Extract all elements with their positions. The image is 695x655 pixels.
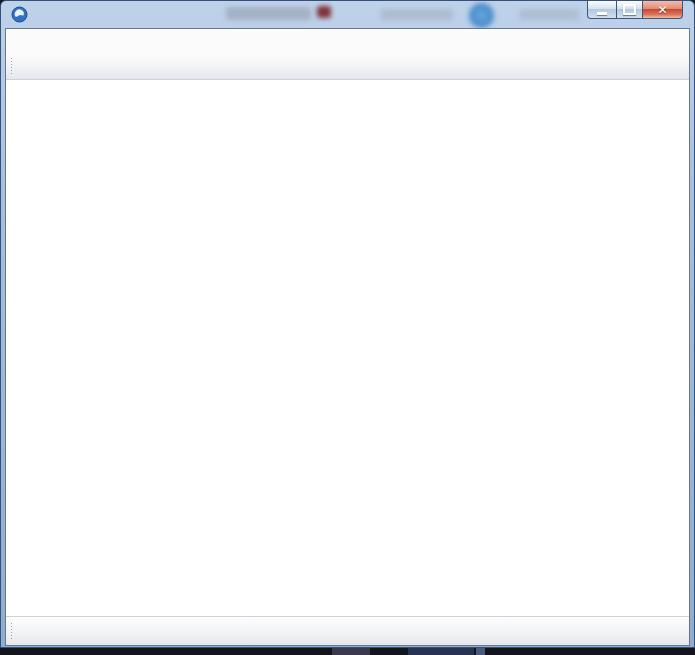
aero-blur-blob xyxy=(469,3,494,28)
toolbar-grip[interactable] xyxy=(10,57,13,75)
viewport-3d[interactable] xyxy=(6,80,689,616)
close-icon: ✕ xyxy=(657,2,667,18)
app-icon xyxy=(11,6,28,23)
taskbar-item xyxy=(476,648,485,655)
taskbar-item xyxy=(332,648,370,655)
pmdview-window: ✕ xyxy=(0,0,695,648)
minimize-button[interactable] xyxy=(587,1,617,19)
taskbar-item xyxy=(408,648,474,655)
maximize-button[interactable] xyxy=(616,1,643,19)
aero-blur-blob xyxy=(317,6,331,18)
close-button[interactable]: ✕ xyxy=(642,1,683,19)
caption-buttons: ✕ xyxy=(588,1,683,19)
desktop: { "window": { "title": "PMDView *" }, "m… xyxy=(0,0,695,655)
taskbar[interactable] xyxy=(0,648,695,655)
menu-bar xyxy=(6,29,689,53)
title-bar[interactable]: ✕ xyxy=(1,1,694,28)
aero-blur-blob xyxy=(519,9,579,20)
minimize-icon xyxy=(597,12,607,15)
bottom-toolbar xyxy=(6,616,689,645)
bottom-toolbar-grip[interactable] xyxy=(10,622,13,640)
aero-blur-blob xyxy=(226,7,311,20)
main-toolbar xyxy=(6,53,689,80)
aero-blur-blob xyxy=(381,9,453,20)
maximize-icon xyxy=(623,4,636,15)
client-area xyxy=(5,28,690,646)
